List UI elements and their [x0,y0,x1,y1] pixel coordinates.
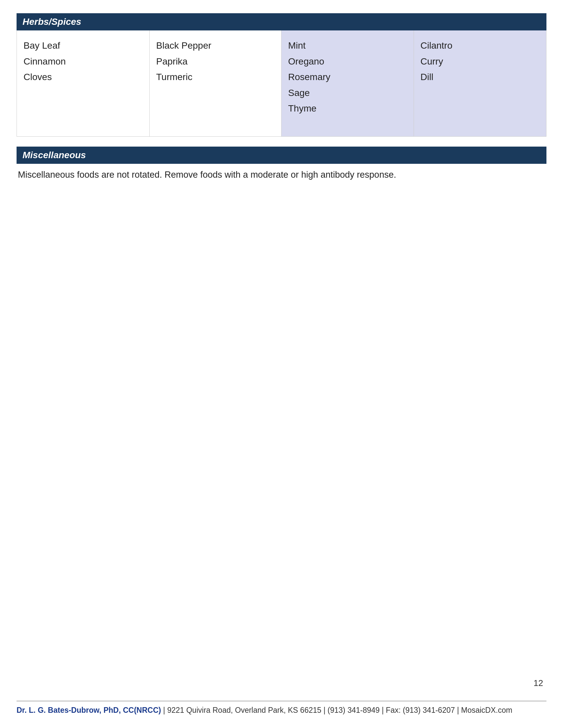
page-number: 12 [534,678,543,688]
herbs-col-3: Mint Oregano Rosemary Sage Thyme [282,30,414,136]
herbs-col-1: Bay Leaf Cinnamon Cloves [17,30,149,136]
footer-rest: | 9221 Quivira Road, Overland Park, KS 6… [161,706,512,714]
misc-body-text: Miscellaneous foods are not rotated. Rem… [17,164,546,186]
herbs-col-3-items: Mint Oregano Rosemary Sage Thyme [288,38,407,116]
footer-bold: Dr. L. G. Bates-Dubrow, PhD, CC(NRCC) [17,706,161,714]
footer: Dr. L. G. Bates-Dubrow, PhD, CC(NRCC) | … [17,701,546,715]
herbs-col-2-items: Black Pepper Paprika Turmeric [156,38,275,85]
herbs-col-4-items: Cilantro Curry Dill [421,38,540,85]
herbs-spices-section: Herbs/Spices Bay Leaf Cinnamon Cloves Bl… [17,13,546,137]
herbs-spices-header: Herbs/Spices [17,13,546,30]
herbs-col-2: Black Pepper Paprika Turmeric [149,30,282,136]
misc-header: Miscellaneous [17,147,546,164]
herbs-col-4: Cilantro Curry Dill [414,30,546,136]
herbs-col-1-items: Bay Leaf Cinnamon Cloves [23,38,143,85]
page-wrapper: Herbs/Spices Bay Leaf Cinnamon Cloves Bl… [17,0,546,186]
herbs-grid: Bay Leaf Cinnamon Cloves Black Pepper Pa… [17,30,546,137]
misc-section: Miscellaneous Miscellaneous foods are no… [17,147,546,186]
